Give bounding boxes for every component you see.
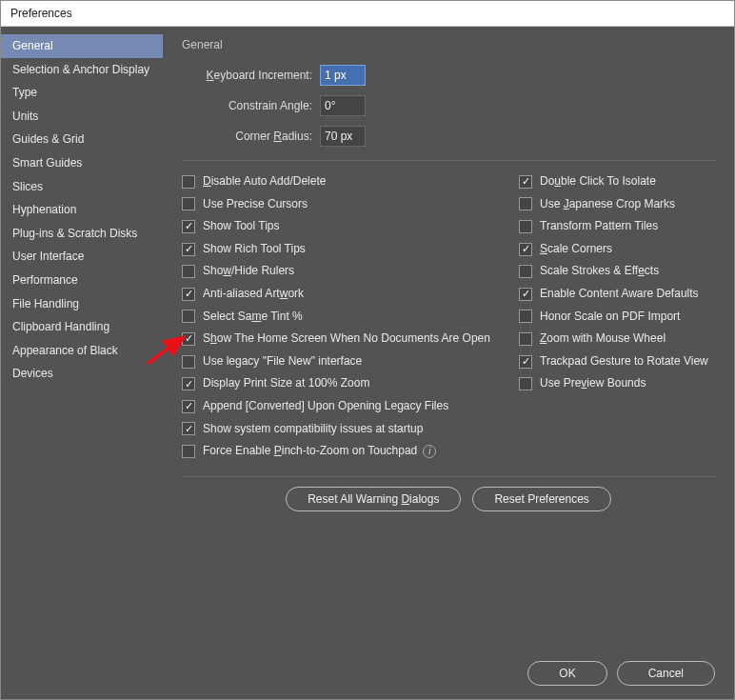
reset-preferences-button[interactable]: Reset Preferences [472,487,610,511]
checkbox-option[interactable]: Anti-aliased Artwork [182,283,496,306]
field-constrain-angle: Constrain Angle: [182,95,715,116]
panel-buttons: Reset All Warning Dialogs Reset Preferen… [182,487,715,511]
checkbox-icon [519,243,532,256]
checkbox-option[interactable]: Use Precise Cursors [182,193,496,216]
checkbox-option[interactable]: Transform Pattern Tiles [519,215,708,238]
sidebar-item[interactable]: Slices [1,175,163,199]
checkbox-label: Show Rich Tool Tips [203,242,306,257]
checkbox-icon [519,355,532,369]
checkbox-icon [519,220,532,233]
checkbox-label: Use legacy "File New" interface [203,354,362,370]
main-panel: General Keyboard Increment: Constrain An… [163,27,734,699]
checkbox-icon [182,288,195,301]
corner-radius-input[interactable] [320,126,366,147]
checkbox-label: Transform Pattern Tiles [540,219,658,234]
checkbox-option[interactable]: Double Click To Isolate [519,170,708,193]
checkbox-option[interactable]: Show Rich Tool Tips [182,238,496,261]
checkbox-icon [182,175,195,189]
checkbox-label: Show/Hide Rulers [203,264,294,279]
sidebar-item[interactable]: Performance [1,269,163,292]
constrain-angle-input[interactable] [320,95,366,116]
checkbox-icon [519,265,532,278]
checkbox-option[interactable]: Append [Converted] Upon Opening Legacy F… [182,395,496,418]
checkbox-icon [519,197,532,210]
sidebar-item[interactable]: Hyphenation [1,198,163,222]
sidebar-item[interactable]: Devices [1,362,163,386]
checkbox-label: Show system compatibility issues at star… [203,422,423,437]
checkbox-option[interactable]: Show Tool Tips [182,215,496,238]
checkbox-label: Disable Auto Add/Delete [203,174,326,190]
checkbox-label: Double Click To Isolate [540,174,656,190]
cancel-button[interactable]: Cancel [617,661,715,686]
preferences-window: Preferences GeneralSelection & Anchor Di… [0,0,735,700]
field-label: Corner Radius: [182,130,320,143]
checkbox-option[interactable]: Display Print Size at 100% Zoom [182,372,496,395]
sidebar: GeneralSelection & Anchor DisplayTypeUni… [1,27,163,699]
window-body: GeneralSelection & Anchor DisplayTypeUni… [1,27,734,699]
checkbox-icon [182,422,195,435]
sidebar-item[interactable]: General [1,34,163,58]
sidebar-item[interactable]: Appearance of Black [1,339,163,363]
field-label: Constrain Angle: [182,99,320,112]
sidebar-item[interactable]: Smart Guides [1,151,163,175]
field-keyboard-increment: Keyboard Increment: [182,65,715,86]
sidebar-item[interactable]: Plug-ins & Scratch Disks [1,222,163,246]
panel-title: General [182,38,715,51]
checkbox-label: Use Precise Cursors [203,197,308,212]
checkbox-option[interactable]: Use Japanese Crop Marks [519,193,708,216]
checkbox-icon [182,310,195,323]
checkbox-label: Show The Home Screen When No Documents A… [203,331,490,347]
checkbox-label: Force Enable Pinch-to-Zoom on Touchpad [203,444,417,459]
sidebar-item[interactable]: Units [1,105,163,129]
checkbox-option[interactable]: Show system compatibility issues at star… [182,418,496,441]
checkbox-label: Scale Strokes & Effects [540,264,659,279]
checkbox-option[interactable]: Disable Auto Add/Delete [182,170,496,193]
checkbox-icon [519,288,532,301]
sidebar-item[interactable]: User Interface [1,245,163,269]
checkbox-label: Anti-aliased Artwork [203,287,304,302]
checkbox-option[interactable]: Show/Hide Rulers [182,260,496,283]
checkbox-icon [519,175,532,189]
sidebar-item[interactable]: Guides & Grid [1,128,163,151]
checkbox-icon [182,355,195,369]
checkbox-option[interactable]: Zoom with Mouse Wheel [519,328,708,350]
checkbox-label: Select Same Tint % [203,310,303,325]
checkbox-option[interactable]: Use Preview Bounds [519,372,708,395]
checkbox-icon [519,332,532,346]
sidebar-item[interactable]: Clipboard Handling [1,315,163,339]
checkbox-label: Use Preview Bounds [540,376,646,391]
info-icon[interactable]: i [423,445,436,458]
checkbox-column-left: Disable Auto Add/DeleteUse Precise Curso… [182,170,496,463]
checkbox-option[interactable]: Use legacy "File New" interface [182,350,496,373]
checkbox-label: Use Japanese Crop Marks [540,197,675,212]
field-corner-radius: Corner Radius: [182,126,715,147]
checkbox-option[interactable]: Enable Content Aware Defaults [519,283,708,306]
checkbox-option[interactable]: Scale Strokes & Effects [519,260,708,283]
reset-warning-dialogs-button[interactable]: Reset All Warning Dialogs [286,487,461,511]
checkbox-label: Honor Scale on PDF Import [540,310,680,325]
keyboard-increment-input[interactable] [320,65,366,86]
checkbox-option[interactable]: Show The Home Screen When No Documents A… [182,328,496,350]
sidebar-item[interactable]: File Handling [1,292,163,316]
checkbox-label: Display Print Size at 100% Zoom [203,376,369,391]
sidebar-item[interactable]: Selection & Anchor Display [1,58,163,82]
checkbox-label: Show Tool Tips [203,219,280,234]
checkbox-option[interactable]: Scale Corners [519,238,708,261]
divider [182,160,715,161]
window-title: Preferences [1,1,734,27]
checkbox-label: Enable Content Aware Defaults [540,287,699,302]
checkbox-icon [519,377,532,390]
checkbox-option[interactable]: Force Enable Pinch-to-Zoom on Touchpadi [182,440,496,463]
checkbox-icon [519,310,532,323]
sidebar-item[interactable]: Type [1,81,163,105]
checkbox-option[interactable]: Trackpad Gesture to Rotate View [519,350,708,373]
divider [182,476,715,477]
checkbox-option[interactable]: Honor Scale on PDF Import [519,306,708,329]
checkbox-option[interactable]: Select Same Tint % [182,306,496,329]
checkbox-icon [182,243,195,256]
ok-button[interactable]: OK [527,661,606,686]
checkbox-area: Disable Auto Add/DeleteUse Precise Curso… [182,170,715,463]
checkbox-icon [182,445,195,458]
checkbox-icon [182,220,195,233]
checkbox-icon [182,377,195,390]
